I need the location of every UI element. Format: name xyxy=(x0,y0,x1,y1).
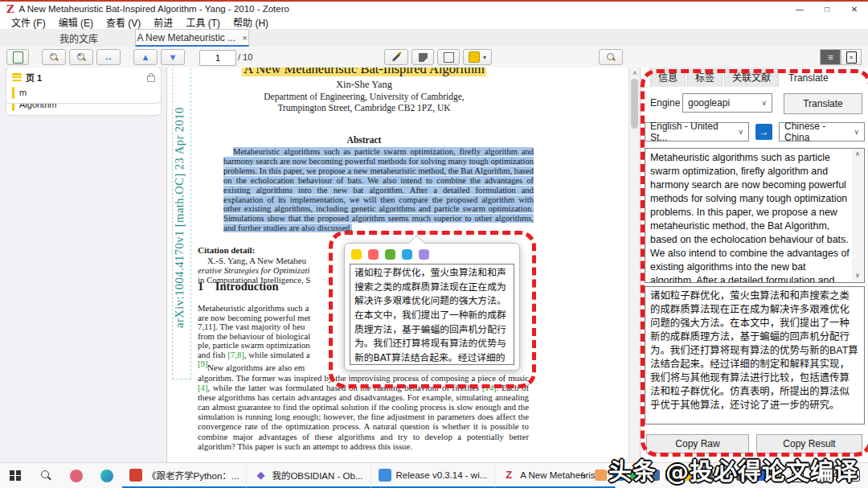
zotero-logo-icon: Z xyxy=(6,3,14,15)
scroll-up-icon[interactable]: ˄ xyxy=(629,69,641,77)
scrollbar-thumb[interactable] xyxy=(631,79,638,129)
color-swatch-icon xyxy=(469,51,480,63)
highlight-color-option[interactable] xyxy=(402,249,412,260)
chevron-down-icon: ∨ xyxy=(854,128,859,136)
annotation-text: m xyxy=(19,87,27,99)
language-direction-button[interactable]: → xyxy=(755,124,772,140)
title-bar: Z A New Metaheuristic Bat-Inspired Algor… xyxy=(0,0,868,16)
menu-item[interactable]: 查看 (V) xyxy=(100,15,147,29)
engine-label: Engine xyxy=(650,97,680,109)
engine-value: googleapi xyxy=(688,97,730,109)
paper-affiliation: Department of Engineering, University of… xyxy=(191,92,537,101)
engine-select[interactable]: googleapi ∨ xyxy=(682,93,772,113)
menu-item[interactable]: 帮助 (H) xyxy=(227,15,275,29)
chevron-down-icon: ∨ xyxy=(761,99,767,107)
lines-icon: ≡ xyxy=(828,52,832,62)
textarea-scrollbar[interactable]: ∧ ∨ xyxy=(852,150,863,281)
note-tool-button[interactable] xyxy=(411,49,434,65)
result-text-area[interactable]: 诸如粒子群优化，萤火虫算法和和声搜索之类的成群质算法现在正在成为解决许多艰难优化… xyxy=(645,286,865,424)
page-number-input[interactable] xyxy=(199,50,236,66)
tab-my-library[interactable]: 我的文库 xyxy=(23,29,135,47)
body-paragraph: algorithm. The former was inspired by th… xyxy=(198,373,529,451)
highlight-color-option[interactable] xyxy=(368,249,379,260)
taskbar-app-button[interactable]: Release v0.3.14 - wi... xyxy=(371,463,496,488)
highlight-annotation-icon xyxy=(12,73,22,81)
chevron-down-icon: ▾ xyxy=(483,54,486,61)
paper-affiliation: Trumpington Street, Cambridge CB2 1PZ, U… xyxy=(191,103,537,113)
fit-width-icon: ↔ xyxy=(104,51,113,63)
photos-app-icon xyxy=(70,470,83,482)
annotation-card[interactable]: 页 1 m xyxy=(6,68,161,103)
highlight-color-option[interactable] xyxy=(351,249,362,260)
page-up-button[interactable]: ▲ xyxy=(133,49,158,65)
watermark-text: 头条 @投必得论文编译 xyxy=(608,453,858,486)
page-down-button[interactable]: ▼ xyxy=(161,49,185,65)
taskbar-app-edge[interactable] xyxy=(97,466,117,486)
context-pane-toggle-button[interactable]: ≡ xyxy=(820,49,841,65)
taskbar-search-button[interactable] xyxy=(36,466,55,486)
menu-item[interactable]: 文件 (F) xyxy=(5,15,52,29)
copy-result-button[interactable]: Copy Result xyxy=(756,434,862,453)
tab-bar: 我的文库 A New Metaheuristic ... × xyxy=(0,29,868,47)
menu-item[interactable]: 编辑 (E) xyxy=(52,15,100,29)
scroll-down-icon[interactable]: ∨ xyxy=(852,272,863,281)
pdf-scrollbar[interactable]: ˄ xyxy=(628,68,640,462)
search-icon xyxy=(41,470,51,481)
translate-button[interactable]: Translate xyxy=(784,93,862,114)
target-language-select[interactable]: Chinese - China ∨ xyxy=(779,122,865,141)
panel-tab[interactable]: 标签 xyxy=(687,68,723,87)
area-select-icon xyxy=(444,52,454,63)
arrow-down-icon: ▼ xyxy=(169,52,178,62)
panel-tab[interactable]: 信息 xyxy=(650,68,686,87)
zoom-fit-button[interactable]: ↔ xyxy=(96,49,121,65)
menu-bar: 文件 (F)编辑 (E)查看 (V)前进工具 (T)帮助 (H) xyxy=(0,14,868,29)
find-in-document-button[interactable] xyxy=(599,49,623,65)
sidebar-toggle-icon xyxy=(13,51,23,64)
taskbar-app-button[interactable]: ◆ 我的OBSIDIAN - Ob... xyxy=(247,463,371,488)
highlight-color-option[interactable] xyxy=(419,249,429,260)
arxiv-stamp: arXiv:1004.4170v1 [math.OC] 23 Apr 2010 xyxy=(172,68,191,379)
abstract-heading: Abstract xyxy=(191,135,537,145)
taskbar-app-button[interactable]: 《跟老齐学Python：... xyxy=(122,463,247,488)
zoom-in-icon: + xyxy=(77,53,86,62)
source-text-area[interactable]: Metaheuristic algorithms such as particl… xyxy=(645,148,865,283)
context-panel: 信息标签关联文献Translate Engine googleapi ∨ Tra… xyxy=(640,68,868,462)
scroll-up-icon[interactable]: ∧ xyxy=(852,150,863,159)
taskbar-app-photos[interactable] xyxy=(67,466,86,486)
pdf-toolbar: − + ↔ ▲ ▼ / 10 ▾ ≡ ≡ xyxy=(0,47,868,68)
highlight-color-option[interactable] xyxy=(385,249,395,260)
menu-item[interactable]: 前进 xyxy=(147,15,179,29)
highlight-color-bar xyxy=(12,87,14,99)
edge-browser-icon xyxy=(100,470,113,482)
highlighter-icon xyxy=(392,53,401,62)
zotero-window: Z A New Metaheuristic Bat-Inspired Algor… xyxy=(0,0,868,488)
notes-pane-toggle-button[interactable]: ≡ xyxy=(841,49,862,65)
search-icon xyxy=(607,53,616,62)
tray-icon[interactable] xyxy=(595,470,607,481)
area-tool-button[interactable] xyxy=(437,49,460,65)
highlight-color-button[interactable]: ▾ xyxy=(463,49,492,65)
highlight-tool-button[interactable] xyxy=(384,49,408,65)
tab-document[interactable]: A New Metaheuristic ... × xyxy=(135,29,249,47)
lock-icon[interactable] xyxy=(147,76,155,82)
target-language-value: Chinese - China xyxy=(784,121,849,143)
source-language-select[interactable]: English - United St... ∨ xyxy=(645,122,749,141)
copy-raw-button[interactable]: Copy Raw xyxy=(646,434,749,453)
translation-popup: 诸如粒子群优化，萤火虫算法和和声搜索之类的成群质算法现在正在成为解决许多艰难优化… xyxy=(344,243,520,371)
body-text-line: New algorithms are also em xyxy=(198,363,305,372)
zoom-in-button[interactable]: + xyxy=(69,49,93,65)
app-label: Release v0.3.14 - wi... xyxy=(396,470,488,480)
panel-tab[interactable]: 关联文献 xyxy=(724,68,779,87)
zoom-out-button[interactable]: − xyxy=(42,49,66,65)
menu-item[interactable]: 工具 (T) xyxy=(179,15,227,29)
panel-tab[interactable]: Translate xyxy=(780,68,837,87)
start-button[interactable] xyxy=(6,466,25,486)
tab-close-icon[interactable]: × xyxy=(242,33,247,43)
tray-icon[interactable]: ϟ xyxy=(577,470,589,481)
abstract-text-highlighted: Metaheuristic algorithms such as particl… xyxy=(223,147,534,233)
toggle-sidebar-button[interactable] xyxy=(6,49,29,65)
paper-author: Xin-She Yang xyxy=(191,79,537,91)
app-icon: Z xyxy=(502,469,515,482)
source-language-value: English - United St... xyxy=(650,121,733,143)
popup-translation-text[interactable]: 诸如粒子群优化，萤火虫算法和和声搜索之类的成群质算法现在正在成为解决许多艰难优化… xyxy=(350,264,514,365)
